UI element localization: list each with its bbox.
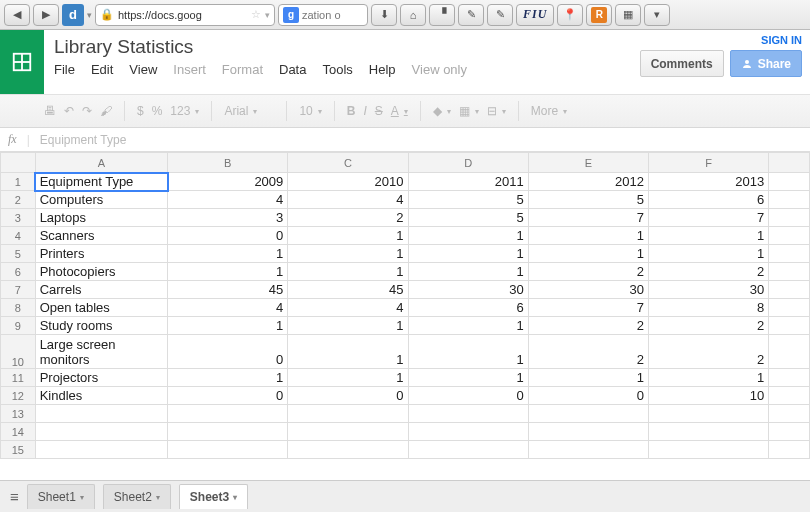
fillcolor-button[interactable]: ◆ bbox=[433, 104, 451, 118]
cell[interactable]: 0 bbox=[168, 227, 288, 245]
row-header[interactable]: 6 bbox=[1, 263, 36, 281]
currency-button[interactable]: $ bbox=[137, 104, 144, 118]
tab-sheet1[interactable]: Sheet1▾ bbox=[27, 484, 95, 509]
all-sheets-button[interactable]: ≡ bbox=[10, 488, 19, 505]
row-header[interactable]: 15 bbox=[1, 441, 36, 459]
cell[interactable]: 2013 bbox=[648, 173, 768, 191]
cell[interactable] bbox=[168, 441, 288, 459]
cell[interactable]: 1 bbox=[288, 263, 408, 281]
cell[interactable]: 2 bbox=[648, 335, 768, 369]
cell[interactable]: 30 bbox=[528, 281, 648, 299]
cell[interactable] bbox=[408, 441, 528, 459]
cell[interactable]: 0 bbox=[528, 387, 648, 405]
eyedropper2-button[interactable]: ✎ bbox=[487, 4, 513, 26]
cell[interactable]: 1 bbox=[288, 245, 408, 263]
cell[interactable] bbox=[408, 405, 528, 423]
redo-button[interactable]: ↷ bbox=[82, 104, 92, 118]
cell[interactable]: 7 bbox=[528, 299, 648, 317]
percent-button[interactable]: % bbox=[152, 104, 163, 118]
cell[interactable] bbox=[648, 405, 768, 423]
row-header[interactable]: 8 bbox=[1, 299, 36, 317]
cell[interactable]: Printers bbox=[35, 245, 167, 263]
cell[interactable]: Scanners bbox=[35, 227, 167, 245]
cell[interactable] bbox=[648, 423, 768, 441]
cell[interactable]: 1 bbox=[168, 317, 288, 335]
cell[interactable]: Open tables bbox=[35, 299, 167, 317]
cell[interactable]: 4 bbox=[168, 191, 288, 209]
cell[interactable]: 0 bbox=[168, 387, 288, 405]
star-icon[interactable]: ☆ bbox=[251, 8, 261, 21]
share-button[interactable]: Share bbox=[730, 50, 802, 77]
row-header[interactable]: 10 bbox=[1, 335, 36, 369]
cell[interactable]: Study rooms bbox=[35, 317, 167, 335]
cell[interactable]: Laptops bbox=[35, 209, 167, 227]
row-header[interactable]: 12 bbox=[1, 387, 36, 405]
borders-button[interactable]: ▦ bbox=[459, 104, 479, 118]
cell[interactable] bbox=[168, 423, 288, 441]
row-header[interactable]: 7 bbox=[1, 281, 36, 299]
cell[interactable] bbox=[528, 441, 648, 459]
cell[interactable]: 5 bbox=[408, 191, 528, 209]
fontsize-select[interactable]: 10 bbox=[299, 104, 321, 118]
cell[interactable]: 2 bbox=[528, 335, 648, 369]
italic-button[interactable]: I bbox=[363, 104, 366, 118]
cell[interactable] bbox=[288, 441, 408, 459]
column-header[interactable]: D bbox=[408, 153, 528, 173]
back-button[interactable]: ◀ bbox=[4, 4, 30, 26]
cell[interactable] bbox=[35, 441, 167, 459]
home-button[interactable]: ⌂ bbox=[400, 4, 426, 26]
cell[interactable]: 3 bbox=[168, 209, 288, 227]
feed-button[interactable]: ▝ bbox=[429, 4, 455, 26]
cell[interactable]: 1 bbox=[408, 227, 528, 245]
cell[interactable]: 2012 bbox=[528, 173, 648, 191]
cell[interactable]: 1 bbox=[648, 369, 768, 387]
cell[interactable]: Carrels bbox=[35, 281, 167, 299]
cell[interactable]: 5 bbox=[408, 209, 528, 227]
undo-button[interactable]: ↶ bbox=[64, 104, 74, 118]
row-header[interactable]: 14 bbox=[1, 423, 36, 441]
spreadsheet-grid[interactable]: ABCDEF1Equipment Type2009201020112012201… bbox=[0, 152, 810, 459]
row-header[interactable]: 2 bbox=[1, 191, 36, 209]
row-header[interactable]: 13 bbox=[1, 405, 36, 423]
cell[interactable]: 2 bbox=[648, 317, 768, 335]
comments-button[interactable]: Comments bbox=[640, 50, 724, 77]
cell[interactable]: 1 bbox=[288, 335, 408, 369]
menu-edit[interactable]: Edit bbox=[91, 62, 113, 77]
cell[interactable]: 10 bbox=[648, 387, 768, 405]
cell[interactable]: 0 bbox=[288, 387, 408, 405]
strike-button[interactable]: S bbox=[375, 104, 383, 118]
signin-link[interactable]: SIGN IN bbox=[761, 34, 802, 46]
cell[interactable]: Computers bbox=[35, 191, 167, 209]
cell[interactable]: 1 bbox=[288, 317, 408, 335]
cell[interactable]: 1 bbox=[408, 263, 528, 281]
cell[interactable]: 1 bbox=[168, 369, 288, 387]
cell[interactable]: 0 bbox=[408, 387, 528, 405]
cell[interactable]: 30 bbox=[408, 281, 528, 299]
cell[interactable]: 7 bbox=[528, 209, 648, 227]
download-button[interactable]: ⬇ bbox=[371, 4, 397, 26]
cell[interactable]: 1 bbox=[408, 369, 528, 387]
cell[interactable]: Large screen monitors bbox=[35, 335, 167, 369]
cell[interactable] bbox=[528, 405, 648, 423]
menu-tools[interactable]: Tools bbox=[322, 62, 352, 77]
delicious-icon[interactable]: d bbox=[62, 4, 84, 26]
print-button[interactable]: 🖶 bbox=[44, 104, 56, 118]
column-header[interactable]: B bbox=[168, 153, 288, 173]
row-header[interactable]: 11 bbox=[1, 369, 36, 387]
bold-button[interactable]: B bbox=[347, 104, 356, 118]
cell[interactable]: 1 bbox=[528, 245, 648, 263]
cell[interactable] bbox=[288, 423, 408, 441]
cell[interactable]: 2 bbox=[648, 263, 768, 281]
cell[interactable]: 30 bbox=[648, 281, 768, 299]
cell[interactable]: Photocopiers bbox=[35, 263, 167, 281]
row-header[interactable]: 3 bbox=[1, 209, 36, 227]
merge-button[interactable]: ⊟ bbox=[487, 104, 506, 118]
cell[interactable]: 2010 bbox=[288, 173, 408, 191]
cell[interactable]: 1 bbox=[648, 227, 768, 245]
cell[interactable]: Equipment Type bbox=[35, 173, 167, 191]
cell[interactable]: 1 bbox=[528, 369, 648, 387]
row-header[interactable]: 5 bbox=[1, 245, 36, 263]
column-header[interactable]: C bbox=[288, 153, 408, 173]
tab-sheet2[interactable]: Sheet2▾ bbox=[103, 484, 171, 509]
fiu-button[interactable]: FIU bbox=[516, 4, 554, 26]
